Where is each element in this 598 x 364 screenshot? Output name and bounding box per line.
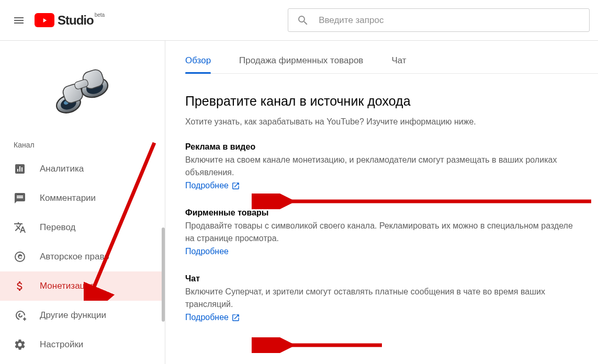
analytics-icon bbox=[14, 163, 26, 175]
youtube-studio-logo[interactable]: Studio beta bbox=[35, 13, 105, 28]
section-merch: Фирменные товары Продавайте товары с сим… bbox=[185, 208, 577, 256]
comments-icon bbox=[14, 192, 26, 204]
external-link-icon bbox=[231, 181, 240, 190]
tab-merch[interactable]: Продажа фирменных товаров bbox=[239, 55, 363, 73]
sidebar-item-label: Комментарии bbox=[40, 193, 96, 203]
learn-more-link[interactable]: Подробнее bbox=[185, 247, 229, 256]
main-content: Обзор Продажа фирменных товаров Чат Прев… bbox=[165, 41, 598, 364]
translate-icon bbox=[14, 221, 26, 234]
sidebar-item-label: Другие функции bbox=[40, 310, 106, 321]
logo-beta-label: beta bbox=[95, 12, 105, 18]
sidebar-item-label: Авторское право bbox=[40, 252, 109, 262]
section-body: Продавайте товары с символикой своего ка… bbox=[185, 220, 577, 245]
learn-more-link[interactable]: Подробнее bbox=[185, 181, 240, 190]
sidebar-item-comments[interactable]: Комментарии bbox=[0, 184, 165, 213]
sidebar-item-copyright[interactable]: Авторское право bbox=[0, 242, 165, 271]
section-heading: Фирменные товары bbox=[185, 208, 577, 218]
menu-icon[interactable] bbox=[8, 10, 29, 31]
sidebar-item-label: Настройки bbox=[40, 339, 83, 350]
section-body: Включите на своем канале монетизацию, и … bbox=[185, 154, 577, 179]
search-box[interactable] bbox=[288, 8, 590, 32]
tab-bar: Обзор Продажа фирменных товаров Чат bbox=[185, 41, 598, 74]
page-lead: Хотите узнать, как зарабатывать на YouTu… bbox=[185, 117, 577, 127]
topbar: Studio beta bbox=[0, 0, 598, 41]
sidebar-item-more-features[interactable]: Другие функции bbox=[0, 301, 165, 330]
sidebar-item-label: Аналитика bbox=[40, 164, 84, 174]
logo-text: Studio bbox=[58, 13, 94, 28]
search-icon bbox=[297, 14, 309, 27]
section-heading: Чат bbox=[185, 274, 577, 283]
sidebar-item-label: Перевод bbox=[40, 222, 75, 233]
external-link-icon bbox=[231, 313, 240, 322]
section-heading: Реклама в видео bbox=[185, 142, 577, 152]
learn-more-link[interactable]: Подробнее bbox=[185, 313, 240, 322]
sidebar-section-label: Канал bbox=[0, 139, 165, 154]
dollar-icon bbox=[14, 280, 26, 292]
sidebar-item-label: Монетизация bbox=[40, 281, 95, 291]
sidebar-item-monetization[interactable]: Монетизация bbox=[0, 271, 165, 301]
add-tool-icon bbox=[14, 309, 26, 322]
tab-chat[interactable]: Чат bbox=[391, 55, 406, 73]
link-label: Подробнее bbox=[185, 247, 229, 256]
channel-avatar[interactable] bbox=[0, 47, 165, 139]
section-body: Включите Суперчат, и зрители смогут оста… bbox=[185, 286, 577, 311]
gear-icon bbox=[14, 338, 26, 351]
binoculars-icon bbox=[43, 55, 122, 133]
page-title: Превратите канал в источник дохода bbox=[185, 94, 577, 109]
link-label: Подробнее bbox=[185, 181, 229, 190]
tab-overview[interactable]: Обзор bbox=[185, 55, 211, 73]
section-chat: Чат Включите Суперчат, и зрители смогут … bbox=[185, 274, 577, 322]
sidebar: Канал Аналитика Комментарии Перевод Авто… bbox=[0, 41, 165, 364]
section-ads: Реклама в видео Включите на своем канале… bbox=[185, 142, 577, 190]
sidebar-item-analytics[interactable]: Аналитика bbox=[0, 154, 165, 184]
scrollbar-thumb[interactable] bbox=[162, 228, 165, 322]
sidebar-item-settings[interactable]: Настройки bbox=[0, 330, 165, 359]
link-label: Подробнее bbox=[185, 313, 229, 322]
search-input[interactable] bbox=[319, 15, 581, 26]
youtube-play-icon bbox=[35, 13, 54, 27]
sidebar-item-translate[interactable]: Перевод bbox=[0, 213, 165, 242]
copyright-icon bbox=[14, 251, 26, 263]
